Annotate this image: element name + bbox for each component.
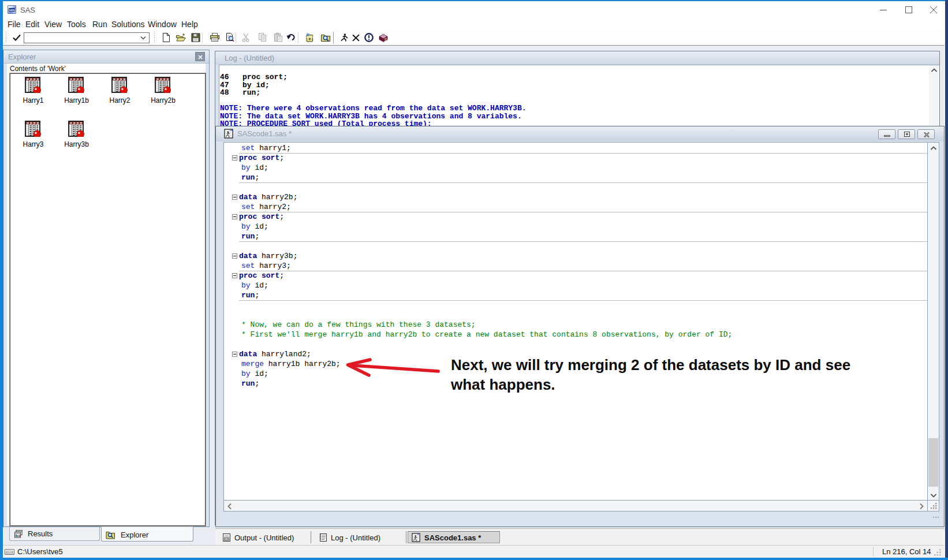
svg-text:?: ? [385, 38, 387, 42]
